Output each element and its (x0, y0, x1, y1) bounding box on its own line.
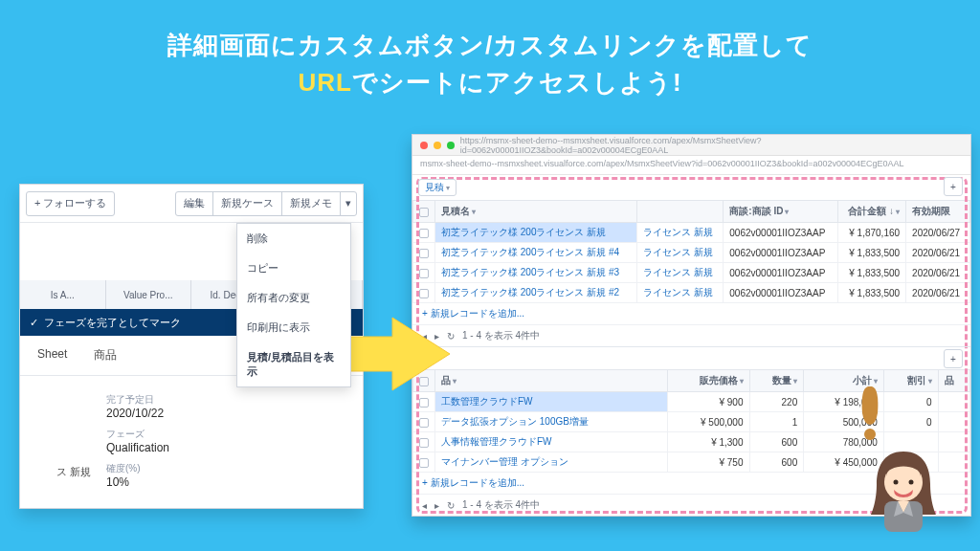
detail-page-panel: + フォローする 編集 新規ケース 新規メモ ▾ 削除 コピー 所有者の変更 印… (19, 184, 364, 509)
cell-discount: 0 (883, 392, 938, 412)
cell-quote-name[interactable]: 初芝ライテック様 200ライセンス 新規 #2 (435, 283, 637, 303)
table-row[interactable]: 初芝ライテック様 200ライセンス 新規 #2 ライセンス 新規 0062v00… (413, 283, 970, 303)
cell-discount: 0 (883, 412, 938, 432)
browser-titlebar: https://msmx-sheet-demo--msmxsheet.visua… (412, 135, 970, 156)
cell-qty: 1 (749, 412, 804, 432)
cell-expiry: 2020/06/27 (906, 223, 970, 243)
actions-dropdown: 削除 コピー 所有者の変更 印刷用に表示 見積/見積品目を表示 (236, 223, 351, 387)
col-total[interactable]: 合計金額 ↓▾ (838, 201, 906, 223)
more-actions-button[interactable]: ▾ (340, 191, 357, 216)
truncated-side-label: ス 新規 (20, 465, 97, 479)
col-price[interactable]: 販売価格▾ (667, 370, 749, 392)
window-close-icon[interactable] (420, 142, 428, 149)
cell-id: 0062v00001IIOZ3AAP (724, 283, 838, 303)
path-step[interactable]: Is A... (20, 280, 106, 309)
cell-suffix: ライセンス 新規 (637, 263, 724, 283)
headline-em: URL (298, 68, 351, 97)
new-case-button[interactable]: 新規ケース (212, 191, 282, 216)
cell-product[interactable]: データ拡張オプション 100GB増量 (435, 412, 668, 432)
cell-amount: ¥ 1,833,500 (838, 263, 906, 283)
col-discount[interactable]: 割引▾ (883, 370, 938, 392)
row-checkbox[interactable] (419, 269, 429, 278)
cell-product[interactable]: マイナンバー管理 オプション (435, 452, 668, 473)
cell-suffix: ライセンス 新規 (637, 243, 724, 263)
col-qty[interactable]: 数量▾ (749, 370, 804, 392)
pager-text: 1 - 4 を表示 4件中 (462, 329, 540, 342)
svg-point-1 (864, 429, 876, 440)
probability-value: 10% (106, 475, 344, 489)
col-extra[interactable]: 品 (938, 370, 969, 392)
table-row[interactable]: 初芝ライテック様 200ライセンス 新規 ライセンス 新規 0062v00001… (413, 223, 970, 243)
menu-change-owner[interactable]: 所有者の変更 (237, 283, 350, 313)
col-quote-name[interactable]: 見積名▾ (435, 201, 637, 223)
row-checkbox[interactable] (419, 438, 429, 448)
headline: 詳細画面にカスタムボタン/カスタムリンクを配置して URLでシートにアクセスしよ… (0, 0, 980, 101)
table-header-row: 見積名▾ 商談:商談 ID▾ 合計金額 ↓▾ 有効期限 (413, 201, 970, 223)
add-line-button[interactable]: + (944, 349, 963, 368)
cell-quote-name[interactable]: 初芝ライテック様 200ライセンス 新規 #4 (435, 243, 637, 263)
row-checkbox[interactable] (419, 398, 429, 408)
checkbox-all[interactable] (419, 208, 429, 217)
row-checkbox[interactable] (419, 418, 429, 428)
col-expiry[interactable]: 有効期限 (906, 201, 970, 223)
tab-products[interactable]: 商品 (94, 347, 117, 364)
table-row[interactable]: 初芝ライテック様 200ライセンス 新規 #3 ライセンス 新規 0062v00… (413, 263, 970, 283)
chevron-down-icon: ▾ (446, 184, 450, 192)
pager-prev-icon[interactable]: ◂ (422, 500, 427, 511)
col-product[interactable]: 品▾ (435, 370, 668, 392)
cell-id: 0062v00001IIOZ3AAP (724, 263, 838, 283)
table-row[interactable]: 初芝ライテック様 200ライセンス 新規 #4 ライセンス 新規 0062v00… (413, 243, 970, 263)
menu-delete[interactable]: 削除 (237, 224, 350, 253)
cell-expiry: 2020/06/21 (906, 283, 970, 303)
headline-line2b: でシートにアクセスしよう! (352, 68, 682, 97)
row-checkbox[interactable] (419, 249, 429, 258)
quotes-table: 見積名▾ 商談:商談 ID▾ 合計金額 ↓▾ 有効期限 初芝ライテック様 200… (412, 200, 970, 303)
menu-print-view[interactable]: 印刷用に表示 (237, 313, 350, 342)
svg-point-3 (894, 480, 899, 485)
pager-next-icon[interactable]: ▸ (434, 500, 439, 511)
probability-label: 確度(%) (106, 462, 344, 475)
sheet-tab-pill[interactable]: 見積 ▾ (418, 179, 457, 196)
cell-qty: 600 (749, 432, 804, 452)
cell-quote-name[interactable]: 初芝ライテック様 200ライセンス 新規 #3 (435, 263, 637, 283)
cell-id: 0062v00001IIOZ3AAP (724, 223, 838, 243)
cell-price: ¥ 750 (667, 452, 749, 473)
col-opp-id[interactable]: 商談:商談 ID▾ (724, 201, 838, 223)
cell-expiry: 2020/06/21 (906, 243, 970, 263)
path-step[interactable]: Value Pro... (106, 280, 192, 309)
close-date-label: 完了予定日 (106, 393, 344, 407)
browser-title: https://msmx-sheet-demo--msmxsheet.visua… (460, 136, 963, 155)
window-max-icon[interactable] (447, 142, 455, 149)
address-bar[interactable]: msmx-sheet-demo--msmxsheet.visualforce.c… (412, 156, 970, 175)
exclaim-callout (851, 385, 889, 446)
row-checkbox[interactable] (419, 229, 429, 238)
cell-amount: ¥ 1,833,500 (838, 283, 906, 303)
menu-show-quotes[interactable]: 見積/見積品目を表示 (237, 342, 350, 386)
headline-line2: URLでシートにアクセスしよう! (0, 64, 980, 101)
cell-product[interactable]: 工数管理クラウドFW (435, 392, 668, 412)
cell-amount: ¥ 1,870,160 (838, 223, 906, 243)
pager-text: 1 - 4 を表示 4件中 (462, 498, 540, 512)
menu-copy[interactable]: コピー (237, 253, 350, 283)
tab-sheet[interactable]: Sheet (37, 347, 67, 364)
edit-button[interactable]: 編集 (175, 191, 213, 216)
avatar-illustration (865, 446, 942, 532)
new-memo-button[interactable]: 新規メモ (281, 191, 341, 216)
refresh-icon[interactable]: ↻ (447, 500, 455, 511)
check-icon: ✓ (30, 317, 38, 329)
add-tab-button[interactable]: + (944, 177, 963, 196)
row-checkbox[interactable] (419, 458, 429, 468)
window-min-icon[interactable] (434, 142, 441, 149)
cell-product[interactable]: 人事情報管理クラウドFW (435, 432, 668, 452)
phase-value: Qualification (106, 441, 344, 454)
add-record-link[interactable]: + 新規レコードを追加... (412, 303, 970, 324)
cell-suffix: ライセンス 新規 (637, 223, 724, 243)
follow-button[interactable]: + フォローする (26, 191, 115, 216)
cell-qty: 220 (749, 392, 804, 412)
close-date-value: 2020/10/22 (106, 407, 344, 420)
row-checkbox[interactable] (419, 289, 429, 298)
cell-suffix: ライセンス 新規 (637, 283, 724, 303)
cell-quote-name[interactable]: 初芝ライテック様 200ライセンス 新規 (435, 223, 637, 243)
pill-label: 見積 (425, 181, 444, 194)
cell-price: ¥ 1,300 (667, 432, 749, 452)
